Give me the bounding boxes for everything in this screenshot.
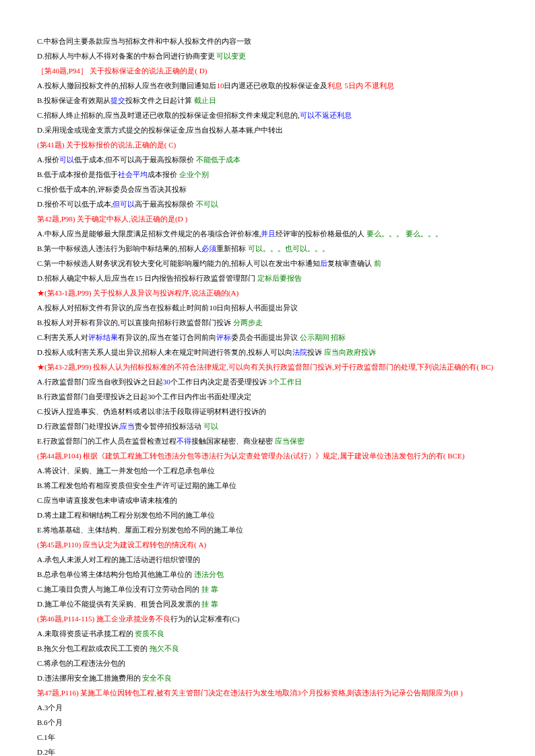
question-option: D.报价不可以低于成本,但可以高于最高投标限价 不可以 (37, 197, 498, 211)
question-option: E.行政监督部门的工作人员在监督检查过程不得接触国家秘密、商业秘密 应当保密 (37, 434, 498, 448)
question-option: B.低于成本报价是指低于社会平均成本报价 企业个别 (37, 167, 498, 182)
question-option: B.总承包单位将主体结构分包给其他施工单位的 违法分包 (37, 567, 498, 582)
question-option: A.投标人撤回投标文件的,招标人应当在收到撤回通知后10日内退还已收取的投标保证… (37, 78, 498, 93)
question-option: C.利害关系人对评标结果有异议的,应当在签订合同前向评标委员会书面提出异议 公示… (37, 330, 498, 345)
question-option: D.采用现金或现金支票方式提交的投标保证金,应当自投标人基本账户中转出 (37, 123, 498, 137)
question-option: E.将地基基础、主体结构、屋面工程分别发包给不同的施工单位 (37, 522, 498, 537)
question-option: C.应当申请直接发包未申请或申请未核准的 (37, 493, 498, 508)
question-header: ★(第43-2题,P99) 投标人认为招标投标准的不符合法律规定,可以向有关执行… (37, 359, 498, 374)
question-header: (第45题,P110) 应当认定为建设工程转包的情况有( A) (37, 537, 498, 552)
question-option: A.中标人应当是能够最大限度满足招标文件规定的各项综合评价标准,并且经评审的投标… (37, 226, 498, 241)
question-option: D.将土建工程和钢结构工程分别发包给不同的施工单位 (37, 508, 498, 522)
question-option: A.3个月 (37, 700, 498, 715)
question-option: C.将承包的工程违法分包的 (37, 656, 498, 671)
question-option: C.中标合同主要条款应当与招标文件和中标人投标文件的内容一致 (37, 34, 498, 48)
question-header: ［第40题,P94］ 关于投标保证金的说法,正确的是( D) (37, 63, 498, 78)
question-option: D.行政监督部门处理投诉,应当责令暂停招投标活动 可以 (37, 419, 498, 434)
question-option: C.第一中标候选人财务状况有较大变化可能影响履约能力的,招标人可以在发出中标通知… (37, 256, 498, 271)
question-option: B.投标保证金有效期从提交投标文件之日起计算 截止日 (37, 93, 498, 108)
question-option: B.6个月 (37, 715, 498, 730)
question-option: C.报价低于成本的,评标委员会应当否决其投标 (37, 182, 498, 197)
question-option: A.承包人未派人对工程的施工活动进行组织管理的 (37, 552, 498, 567)
question-option: A.投标人对招标文件有异议的,应当在投标截止时间前10日向招标人书面提出异议 (37, 300, 498, 315)
question-option: C.施工项目负责人与施工单位没有订立劳动合同的 挂 靠 (37, 582, 498, 596)
question-header: (第44题,P104) 根据《建筑工程施工转包违法分包等违法行为认定查处管理办法… (37, 448, 498, 463)
question-option: C.投诉人捏造事实、伪造材料或者以非法手段取得证明材料进行投诉的 (37, 404, 498, 419)
question-option: B.拖欠分包工程款或农民工工资的 拖欠不良 (37, 641, 498, 656)
question-option: B.投标人对开标有异议的,可以直接向招标行政监督部门投诉 分两步走 (37, 315, 498, 330)
question-option: C.1年 (37, 730, 498, 745)
question-option: D.招标人确定中标人后,应当在15 日内报告招投标行政监督管理部门 定标后要报告 (37, 271, 498, 285)
question-header: ★(第43-1题,P99) 关于投标人及异议与投诉程序,说法正确的(A) (37, 285, 498, 300)
question-option: D.投标人或利害关系人提出异议,招标人未在规定时间进行答复的,投标人可以向法院投… (37, 345, 498, 359)
question-option: A.报价可以低于成本,但不可以高于最高投标限价 不能低于成本 (37, 152, 498, 167)
question-header: (第41题) 关于投标报价的说法,正确的是( C) (37, 137, 498, 152)
question-option: D.违法挪用安全施工措施费用的 安全不良 (37, 671, 498, 685)
question-option: A.行政监督部门应当自收到投诉之日起30个工作日内决定是否受理投诉 3个工作日 (37, 374, 498, 389)
question-option: A.未取得资质证书承揽工程的 资质不良 (37, 626, 498, 641)
question-option: B.将工程发包给有相应资质但安全生产许可证过期的施工单位 (37, 478, 498, 493)
question-option: B.行政监督部门自受理投诉之日起30个工作日内作出书面处理决定 (37, 389, 498, 404)
question-header: 第47题,P116) 某施工单位因转包工程,被有关主管部门决定在违法行为发生地取… (37, 685, 498, 700)
question-option: C.招标人终止招标的,应当及时退还已收取的投标保证金但招标文件未规定利息的,可以… (37, 108, 498, 123)
question-header: 第42题,P98) 关于确定中标人,说法正确的是(D ) (37, 211, 498, 226)
question-option: D.施工单位不能提供有关采购、租赁合同及发票的 挂 靠 (37, 596, 498, 611)
question-option: A.将设计、采购、施工一并发包给一个工程总承包单位 (37, 463, 498, 478)
question-option: D.2年 (37, 745, 498, 756)
question-header: (第46题,P114-115) 施工企业承揽业务不良行为的认定标准有(C) (37, 611, 498, 626)
question-option: D.招标人与中标人不得对备案的中标合同进行协商变更 可以变更 (37, 48, 498, 63)
question-option: B.第一中标候选人违法行为影响中标结果的,招标人必须重新招标 可以。。。也可以。… (37, 241, 498, 256)
